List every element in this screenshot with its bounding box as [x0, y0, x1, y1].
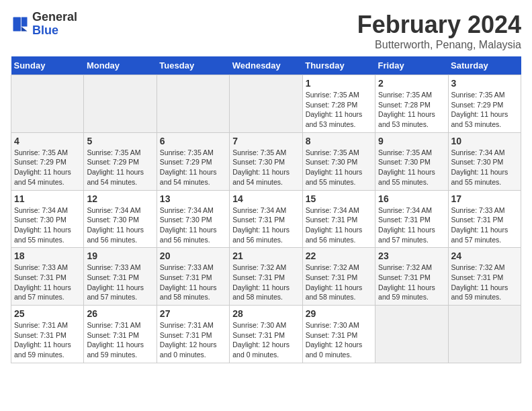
day-info: Sunrise: 7:35 AMSunset: 7:29 PMDaylight:…	[14, 148, 81, 187]
location: Butterworth, Penang, Malaysia	[357, 39, 521, 51]
calendar-cell: 1Sunrise: 7:35 AMSunset: 7:28 PMDaylight…	[302, 75, 375, 133]
day-number: 2	[378, 78, 445, 89]
day-info: Sunrise: 7:35 AMSunset: 7:29 PMDaylight:…	[87, 148, 153, 187]
day-number: 18	[14, 250, 81, 261]
calendar-cell: 29Sunrise: 7:30 AMSunset: 7:31 PMDayligh…	[302, 306, 375, 363]
day-info: Sunrise: 7:35 AMSunset: 7:28 PMDaylight:…	[378, 90, 445, 130]
day-info: Sunrise: 7:32 AMSunset: 7:31 PMDaylight:…	[378, 263, 445, 302]
day-number: 10	[451, 136, 518, 146]
month-title: February 2024	[357, 11, 521, 39]
day-number: 7	[232, 136, 299, 146]
calendar-cell: 25Sunrise: 7:31 AMSunset: 7:31 PMDayligh…	[11, 306, 84, 363]
day-info: Sunrise: 7:30 AMSunset: 7:31 PMDaylight:…	[232, 320, 299, 360]
day-info: Sunrise: 7:35 AMSunset: 7:29 PMDaylight:…	[160, 148, 226, 187]
day-number: 8	[306, 136, 372, 146]
day-number: 24	[451, 250, 518, 261]
logo-text: General Blue	[32, 11, 77, 38]
calendar-cell: 10Sunrise: 7:34 AMSunset: 7:30 PMDayligh…	[448, 132, 521, 190]
calendar-week-row: 11Sunrise: 7:34 AMSunset: 7:30 PMDayligh…	[11, 190, 521, 248]
calendar-table: SundayMondayTuesdayWednesdayThursdayFrid…	[11, 56, 521, 363]
day-number: 19	[87, 250, 153, 261]
calendar-week-row: 4Sunrise: 7:35 AMSunset: 7:29 PMDaylight…	[11, 132, 521, 190]
day-number: 21	[232, 250, 299, 261]
weekday-header: Friday	[375, 56, 448, 75]
calendar-cell: 18Sunrise: 7:33 AMSunset: 7:31 PMDayligh…	[11, 248, 84, 306]
day-number: 29	[306, 308, 372, 319]
calendar-cell: 9Sunrise: 7:35 AMSunset: 7:30 PMDaylight…	[375, 132, 448, 190]
calendar-cell: 24Sunrise: 7:32 AMSunset: 7:31 PMDayligh…	[448, 248, 521, 306]
calendar-cell: 27Sunrise: 7:31 AMSunset: 7:31 PMDayligh…	[157, 306, 229, 363]
day-info: Sunrise: 7:34 AMSunset: 7:31 PMDaylight:…	[232, 205, 299, 245]
calendar-cell	[375, 306, 448, 363]
day-number: 22	[306, 250, 372, 261]
calendar-cell: 22Sunrise: 7:32 AMSunset: 7:31 PMDayligh…	[302, 248, 375, 306]
day-number: 3	[451, 78, 518, 89]
day-info: Sunrise: 7:32 AMSunset: 7:31 PMDaylight:…	[451, 263, 518, 302]
day-info: Sunrise: 7:31 AMSunset: 7:31 PMDaylight:…	[14, 320, 81, 360]
page-header: General Blue February 2024 Butterworth, …	[11, 11, 521, 51]
calendar-week-row: 18Sunrise: 7:33 AMSunset: 7:31 PMDayligh…	[11, 248, 521, 306]
day-info: Sunrise: 7:35 AMSunset: 7:30 PMDaylight:…	[232, 148, 299, 187]
day-number: 11	[14, 193, 81, 204]
calendar-cell: 14Sunrise: 7:34 AMSunset: 7:31 PMDayligh…	[230, 190, 302, 248]
day-info: Sunrise: 7:34 AMSunset: 7:31 PMDaylight:…	[306, 205, 372, 245]
weekday-header: Saturday	[448, 56, 521, 75]
svg-rect-2	[13, 17, 21, 31]
calendar-week-row: 1Sunrise: 7:35 AMSunset: 7:28 PMDaylight…	[11, 75, 521, 133]
day-number: 1	[306, 78, 372, 89]
calendar-cell: 21Sunrise: 7:32 AMSunset: 7:31 PMDayligh…	[230, 248, 302, 306]
calendar-cell	[84, 75, 157, 133]
calendar-cell: 28Sunrise: 7:30 AMSunset: 7:31 PMDayligh…	[230, 306, 302, 363]
weekday-header: Monday	[84, 56, 157, 75]
calendar-cell: 19Sunrise: 7:33 AMSunset: 7:31 PMDayligh…	[84, 248, 157, 306]
calendar-cell: 26Sunrise: 7:31 AMSunset: 7:31 PMDayligh…	[84, 306, 157, 363]
day-info: Sunrise: 7:30 AMSunset: 7:31 PMDaylight:…	[306, 320, 372, 360]
weekday-header: Wednesday	[230, 56, 302, 75]
calendar-cell	[230, 75, 302, 133]
calendar-cell: 12Sunrise: 7:34 AMSunset: 7:30 PMDayligh…	[84, 190, 157, 248]
calendar-cell: 20Sunrise: 7:33 AMSunset: 7:31 PMDayligh…	[157, 248, 229, 306]
calendar-cell: 8Sunrise: 7:35 AMSunset: 7:30 PMDaylight…	[302, 132, 375, 190]
calendar-week-row: 25Sunrise: 7:31 AMSunset: 7:31 PMDayligh…	[11, 306, 521, 363]
day-number: 20	[160, 250, 226, 261]
day-number: 15	[306, 193, 372, 204]
calendar-cell: 4Sunrise: 7:35 AMSunset: 7:29 PMDaylight…	[11, 132, 84, 190]
day-number: 13	[160, 193, 226, 204]
day-info: Sunrise: 7:35 AMSunset: 7:30 PMDaylight:…	[306, 148, 372, 187]
logo-general: General	[32, 10, 77, 24]
day-number: 5	[87, 136, 153, 146]
logo-icon	[11, 15, 30, 34]
day-number: 27	[160, 308, 226, 319]
logo: General Blue	[11, 11, 77, 38]
day-info: Sunrise: 7:31 AMSunset: 7:31 PMDaylight:…	[87, 320, 153, 360]
logo-blue: Blue	[32, 24, 58, 37]
day-number: 6	[160, 136, 226, 146]
calendar-cell: 5Sunrise: 7:35 AMSunset: 7:29 PMDaylight…	[84, 132, 157, 190]
svg-marker-0	[21, 17, 28, 26]
day-info: Sunrise: 7:34 AMSunset: 7:30 PMDaylight:…	[87, 205, 153, 245]
day-info: Sunrise: 7:33 AMSunset: 7:31 PMDaylight:…	[160, 263, 226, 302]
calendar-cell: 15Sunrise: 7:34 AMSunset: 7:31 PMDayligh…	[302, 190, 375, 248]
calendar-cell: 23Sunrise: 7:32 AMSunset: 7:31 PMDayligh…	[375, 248, 448, 306]
day-number: 23	[378, 250, 445, 261]
day-info: Sunrise: 7:34 AMSunset: 7:30 PMDaylight:…	[451, 148, 518, 187]
calendar-cell: 6Sunrise: 7:35 AMSunset: 7:29 PMDaylight…	[157, 132, 229, 190]
day-info: Sunrise: 7:34 AMSunset: 7:30 PMDaylight:…	[14, 205, 81, 245]
day-info: Sunrise: 7:32 AMSunset: 7:31 PMDaylight:…	[232, 263, 299, 302]
day-number: 4	[14, 136, 81, 146]
day-info: Sunrise: 7:34 AMSunset: 7:30 PMDaylight:…	[160, 205, 226, 245]
weekday-header-row: SundayMondayTuesdayWednesdayThursdayFrid…	[11, 56, 521, 75]
day-info: Sunrise: 7:35 AMSunset: 7:29 PMDaylight:…	[451, 90, 518, 130]
day-info: Sunrise: 7:33 AMSunset: 7:31 PMDaylight:…	[14, 263, 81, 302]
day-number: 25	[14, 308, 81, 319]
svg-marker-1	[21, 26, 28, 31]
calendar-cell: 11Sunrise: 7:34 AMSunset: 7:30 PMDayligh…	[11, 190, 84, 248]
day-number: 28	[232, 308, 299, 319]
calendar-cell	[448, 306, 521, 363]
weekday-header: Sunday	[11, 56, 84, 75]
day-info: Sunrise: 7:32 AMSunset: 7:31 PMDaylight:…	[306, 263, 372, 302]
calendar-cell: 3Sunrise: 7:35 AMSunset: 7:29 PMDaylight…	[448, 75, 521, 133]
day-number: 12	[87, 193, 153, 204]
day-info: Sunrise: 7:33 AMSunset: 7:31 PMDaylight:…	[451, 205, 518, 245]
day-info: Sunrise: 7:33 AMSunset: 7:31 PMDaylight:…	[87, 263, 153, 302]
